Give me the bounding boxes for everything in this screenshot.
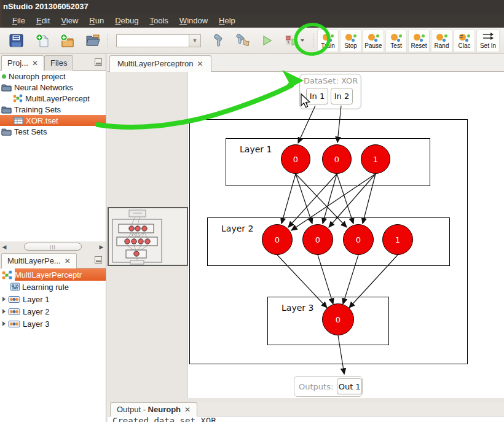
tree-item-training-sets[interactable]: Training Sets — [0, 104, 106, 115]
output-1-button[interactable]: Out 1 — [337, 378, 362, 394]
minimap-diagram — [109, 208, 187, 265]
stop-button[interactable]: Stop — [340, 29, 361, 52]
test-icon — [390, 33, 403, 42]
close-icon[interactable]: ✕ — [32, 60, 38, 66]
menu-debug[interactable]: Debug — [109, 15, 144, 26]
toolbar-separator — [313, 34, 313, 47]
neuron[interactable]: 0 — [322, 144, 352, 174]
pause-button[interactable]: Pause — [363, 29, 384, 52]
main-toolbar: ▼ 3 Train Stop Pause Test — [0, 28, 504, 54]
svg-text:3: 3 — [287, 41, 289, 45]
editor-canvas[interactable]: DataSet: XOR In 1 In 2 Layer 1 Layer 2 L… — [108, 72, 504, 402]
menu-view[interactable]: View — [55, 15, 84, 26]
reset-icon — [413, 33, 425, 42]
minimize-icon[interactable] — [95, 256, 102, 264]
rand-icon — [436, 33, 448, 42]
menu-file[interactable]: File — [7, 15, 31, 26]
train-button[interactable]: Train — [317, 29, 339, 52]
tab-multilayerperceptron-navigator[interactable]: MultiLayerPe... ✕ — [1, 253, 77, 268]
expander-icon[interactable] — [2, 309, 6, 314]
window-title: nStudio 201306052037 — [0, 0, 504, 14]
configuration-combo-input[interactable] — [116, 34, 189, 47]
input-2-button[interactable]: In 2 — [331, 88, 353, 104]
neuron[interactable]: 1 — [361, 144, 390, 174]
neuron[interactable]: 0 — [322, 303, 354, 335]
rand-button[interactable]: Rand — [431, 29, 452, 52]
dataset-label: DataSet: XOR — [304, 76, 358, 85]
clac-button[interactable]: = Clac — [454, 29, 475, 52]
project-bullet-icon — [2, 74, 6, 79]
run-icon[interactable] — [259, 33, 276, 49]
configuration-combobox: ▼ — [116, 34, 201, 47]
layer-icon — [8, 295, 20, 303]
network-panel: MultiLayerPe... ✕ MultiLayerPerceptr Lea… — [0, 252, 106, 422]
tab-multilayerperceptron-editor[interactable]: MultiLayerPerceptron ✕ — [109, 55, 211, 72]
output-content[interactable]: Created data set XOR — [108, 416, 504, 422]
net-item-layer-1[interactable]: Layer 1 — [0, 293, 106, 305]
outputs-label: Outputs: — [299, 382, 333, 391]
tree-item-neuroph-project[interactable]: Neuroph project — [0, 71, 106, 82]
set-in-button[interactable]: Set In — [476, 29, 500, 52]
input-1-button[interactable]: In 1 — [306, 88, 328, 104]
net-item-layer-3[interactable]: Layer 3 — [0, 318, 106, 330]
scroll-right-icon[interactable]: ▶ — [98, 244, 104, 250]
layer-1-label: Layer 1 — [240, 144, 272, 154]
neuron[interactable]: 0 — [302, 224, 333, 255]
new-file-icon[interactable] — [34, 33, 51, 49]
tree-item-multilayerperceptron[interactable]: MultiLayerPercept — [0, 93, 106, 104]
set-in-icon — [482, 32, 494, 42]
output-panel: Output - Neuroph ✕ Created data set XOR — [108, 402, 504, 422]
network-panel-tabrow: MultiLayerPe... ✕ — [0, 252, 106, 268]
close-icon[interactable]: ✕ — [184, 407, 191, 413]
clean-build-icon[interactable] — [234, 33, 251, 49]
scroll-left-icon[interactable]: ◀ — [1, 244, 7, 250]
neuron[interactable]: 0 — [343, 224, 374, 255]
neuron[interactable]: 0 — [262, 224, 293, 255]
debug-project-icon[interactable]: 3 — [282, 33, 307, 49]
tree-item-neural-networks[interactable]: Neural Networks — [0, 82, 106, 93]
tab-output-neuroph[interactable]: Output - Neuroph ✕ — [110, 402, 197, 416]
neuron[interactable]: 1 — [382, 224, 413, 255]
expander-icon[interactable] — [2, 297, 6, 302]
minimize-icon[interactable] — [95, 58, 102, 66]
output-tabrow: Output - Neuroph ✕ — [108, 402, 504, 416]
folder-icon — [1, 127, 12, 136]
tree-item-test-sets[interactable]: Test Sets — [0, 126, 106, 137]
projects-panel: Proj... ✕ Files Neuroph project Neural N… — [0, 54, 106, 252]
open-project-icon[interactable] — [84, 33, 101, 49]
menu-run[interactable]: Run — [84, 15, 109, 26]
test-button[interactable]: Test — [385, 29, 407, 52]
menu-tools[interactable]: Tools — [144, 15, 174, 26]
net-item-learning-rule[interactable]: Learning rule — [0, 281, 106, 293]
tab-files[interactable]: Files — [44, 55, 73, 71]
expander-icon[interactable] — [2, 321, 6, 326]
layer-3-label: Layer 3 — [282, 303, 313, 313]
reset-button[interactable]: Reset — [408, 29, 430, 52]
menu-edit[interactable]: Edit — [31, 15, 55, 26]
scrollbar-track[interactable]: ||| — [7, 243, 98, 251]
close-icon[interactable]: ✕ — [65, 258, 71, 264]
navigator-minimap[interactable] — [108, 207, 188, 266]
sliders-icon — [10, 283, 20, 291]
save-icon[interactable] — [7, 33, 25, 49]
neuron[interactable]: 0 — [281, 144, 310, 174]
clac-icon: = — [459, 33, 471, 42]
build-icon[interactable] — [210, 33, 227, 49]
outputs-box[interactable]: Outputs: Out 1 — [294, 376, 363, 397]
projects-tree: Neuroph project Neural Networks MultiLay… — [0, 71, 106, 241]
net-item-layer-2[interactable]: Layer 2 — [0, 305, 106, 318]
close-icon[interactable]: ✕ — [197, 61, 203, 67]
tab-projects[interactable]: Proj... ✕ — [1, 55, 44, 71]
tree-item-xor-tset[interactable]: XOR.tset — [0, 115, 106, 126]
editor-tabrow: MultiLayerPerceptron ✕ — [108, 54, 504, 72]
scrollbar-thumb[interactable]: ||| — [24, 243, 82, 251]
horizontal-scrollbar[interactable]: ◀ ||| ▶ — [1, 242, 104, 251]
new-project-icon[interactable] — [59, 33, 76, 49]
net-item-root[interactable]: MultiLayerPerceptr — [0, 268, 106, 281]
menubar: File Edit View Run Debug Tools Window He… — [0, 14, 504, 28]
layer-icon — [8, 308, 20, 316]
combo-dropdown-icon[interactable]: ▼ — [189, 34, 201, 47]
train-icon — [322, 33, 334, 42]
menu-window[interactable]: Window — [174, 15, 213, 26]
menu-help[interactable]: Help — [213, 15, 241, 26]
